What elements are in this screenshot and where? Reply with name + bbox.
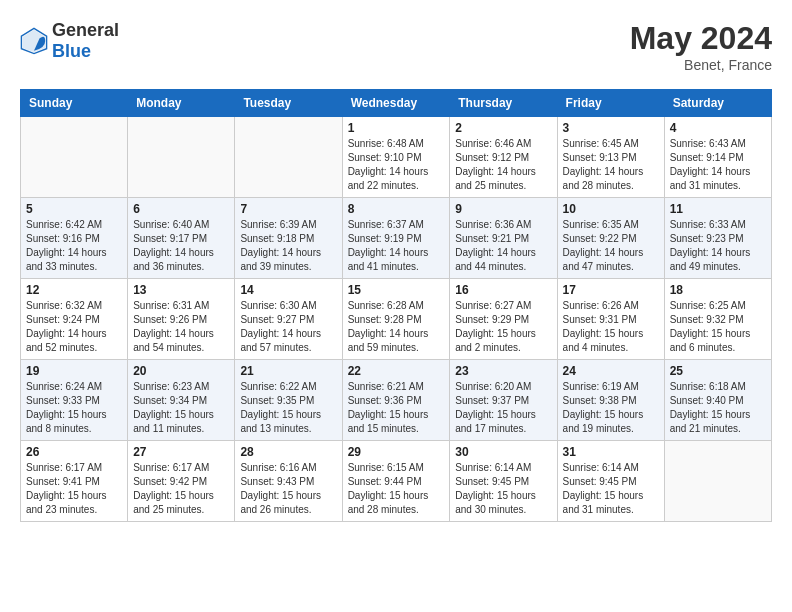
calendar-cell: 18Sunrise: 6:25 AM Sunset: 9:32 PM Dayli… xyxy=(664,279,771,360)
day-info: Sunrise: 6:48 AM Sunset: 9:10 PM Dayligh… xyxy=(348,137,445,193)
day-number: 7 xyxy=(240,202,336,216)
day-number: 29 xyxy=(348,445,445,459)
calendar-week-row: 26Sunrise: 6:17 AM Sunset: 9:41 PM Dayli… xyxy=(21,441,772,522)
day-info: Sunrise: 6:30 AM Sunset: 9:27 PM Dayligh… xyxy=(240,299,336,355)
weekday-header: Tuesday xyxy=(235,90,342,117)
day-info: Sunrise: 6:18 AM Sunset: 9:40 PM Dayligh… xyxy=(670,380,766,436)
day-info: Sunrise: 6:37 AM Sunset: 9:19 PM Dayligh… xyxy=(348,218,445,274)
day-number: 15 xyxy=(348,283,445,297)
weekday-header: Thursday xyxy=(450,90,557,117)
day-info: Sunrise: 6:39 AM Sunset: 9:18 PM Dayligh… xyxy=(240,218,336,274)
calendar-cell: 9Sunrise: 6:36 AM Sunset: 9:21 PM Daylig… xyxy=(450,198,557,279)
calendar-cell: 12Sunrise: 6:32 AM Sunset: 9:24 PM Dayli… xyxy=(21,279,128,360)
weekday-header-row: SundayMondayTuesdayWednesdayThursdayFrid… xyxy=(21,90,772,117)
calendar-week-row: 5Sunrise: 6:42 AM Sunset: 9:16 PM Daylig… xyxy=(21,198,772,279)
day-number: 23 xyxy=(455,364,551,378)
day-number: 16 xyxy=(455,283,551,297)
logo-general: General xyxy=(52,20,119,40)
calendar-week-row: 19Sunrise: 6:24 AM Sunset: 9:33 PM Dayli… xyxy=(21,360,772,441)
day-number: 27 xyxy=(133,445,229,459)
calendar-week-row: 12Sunrise: 6:32 AM Sunset: 9:24 PM Dayli… xyxy=(21,279,772,360)
calendar-cell: 26Sunrise: 6:17 AM Sunset: 9:41 PM Dayli… xyxy=(21,441,128,522)
day-number: 4 xyxy=(670,121,766,135)
month-year: May 2024 xyxy=(630,20,772,57)
calendar-cell xyxy=(235,117,342,198)
day-info: Sunrise: 6:17 AM Sunset: 9:42 PM Dayligh… xyxy=(133,461,229,517)
calendar-cell: 27Sunrise: 6:17 AM Sunset: 9:42 PM Dayli… xyxy=(128,441,235,522)
day-number: 18 xyxy=(670,283,766,297)
day-info: Sunrise: 6:24 AM Sunset: 9:33 PM Dayligh… xyxy=(26,380,122,436)
day-number: 30 xyxy=(455,445,551,459)
day-info: Sunrise: 6:43 AM Sunset: 9:14 PM Dayligh… xyxy=(670,137,766,193)
logo: General Blue xyxy=(20,20,119,62)
weekday-header: Wednesday xyxy=(342,90,450,117)
day-info: Sunrise: 6:25 AM Sunset: 9:32 PM Dayligh… xyxy=(670,299,766,355)
calendar-week-row: 1Sunrise: 6:48 AM Sunset: 9:10 PM Daylig… xyxy=(21,117,772,198)
day-info: Sunrise: 6:32 AM Sunset: 9:24 PM Dayligh… xyxy=(26,299,122,355)
day-number: 21 xyxy=(240,364,336,378)
calendar: SundayMondayTuesdayWednesdayThursdayFrid… xyxy=(20,89,772,522)
page-header: General Blue May 2024 Benet, France xyxy=(20,20,772,73)
weekday-header: Saturday xyxy=(664,90,771,117)
calendar-cell: 13Sunrise: 6:31 AM Sunset: 9:26 PM Dayli… xyxy=(128,279,235,360)
day-number: 2 xyxy=(455,121,551,135)
calendar-cell xyxy=(21,117,128,198)
logo-icon xyxy=(20,27,48,55)
day-info: Sunrise: 6:35 AM Sunset: 9:22 PM Dayligh… xyxy=(563,218,659,274)
calendar-cell: 4Sunrise: 6:43 AM Sunset: 9:14 PM Daylig… xyxy=(664,117,771,198)
day-number: 20 xyxy=(133,364,229,378)
day-number: 31 xyxy=(563,445,659,459)
day-info: Sunrise: 6:33 AM Sunset: 9:23 PM Dayligh… xyxy=(670,218,766,274)
day-number: 26 xyxy=(26,445,122,459)
day-number: 25 xyxy=(670,364,766,378)
day-info: Sunrise: 6:19 AM Sunset: 9:38 PM Dayligh… xyxy=(563,380,659,436)
day-number: 19 xyxy=(26,364,122,378)
calendar-cell: 30Sunrise: 6:14 AM Sunset: 9:45 PM Dayli… xyxy=(450,441,557,522)
calendar-cell: 5Sunrise: 6:42 AM Sunset: 9:16 PM Daylig… xyxy=(21,198,128,279)
calendar-cell: 14Sunrise: 6:30 AM Sunset: 9:27 PM Dayli… xyxy=(235,279,342,360)
calendar-cell: 8Sunrise: 6:37 AM Sunset: 9:19 PM Daylig… xyxy=(342,198,450,279)
calendar-cell: 2Sunrise: 6:46 AM Sunset: 9:12 PM Daylig… xyxy=(450,117,557,198)
weekday-header: Friday xyxy=(557,90,664,117)
day-number: 14 xyxy=(240,283,336,297)
day-info: Sunrise: 6:28 AM Sunset: 9:28 PM Dayligh… xyxy=(348,299,445,355)
day-info: Sunrise: 6:21 AM Sunset: 9:36 PM Dayligh… xyxy=(348,380,445,436)
day-info: Sunrise: 6:36 AM Sunset: 9:21 PM Dayligh… xyxy=(455,218,551,274)
day-info: Sunrise: 6:45 AM Sunset: 9:13 PM Dayligh… xyxy=(563,137,659,193)
calendar-cell: 21Sunrise: 6:22 AM Sunset: 9:35 PM Dayli… xyxy=(235,360,342,441)
day-number: 28 xyxy=(240,445,336,459)
day-info: Sunrise: 6:26 AM Sunset: 9:31 PM Dayligh… xyxy=(563,299,659,355)
calendar-cell: 10Sunrise: 6:35 AM Sunset: 9:22 PM Dayli… xyxy=(557,198,664,279)
day-info: Sunrise: 6:46 AM Sunset: 9:12 PM Dayligh… xyxy=(455,137,551,193)
day-number: 17 xyxy=(563,283,659,297)
calendar-cell xyxy=(664,441,771,522)
calendar-cell: 16Sunrise: 6:27 AM Sunset: 9:29 PM Dayli… xyxy=(450,279,557,360)
day-info: Sunrise: 6:17 AM Sunset: 9:41 PM Dayligh… xyxy=(26,461,122,517)
calendar-cell: 28Sunrise: 6:16 AM Sunset: 9:43 PM Dayli… xyxy=(235,441,342,522)
calendar-cell: 11Sunrise: 6:33 AM Sunset: 9:23 PM Dayli… xyxy=(664,198,771,279)
day-number: 6 xyxy=(133,202,229,216)
calendar-cell: 25Sunrise: 6:18 AM Sunset: 9:40 PM Dayli… xyxy=(664,360,771,441)
day-info: Sunrise: 6:22 AM Sunset: 9:35 PM Dayligh… xyxy=(240,380,336,436)
logo-text: General Blue xyxy=(52,20,119,62)
day-info: Sunrise: 6:20 AM Sunset: 9:37 PM Dayligh… xyxy=(455,380,551,436)
calendar-cell: 17Sunrise: 6:26 AM Sunset: 9:31 PM Dayli… xyxy=(557,279,664,360)
logo-blue: Blue xyxy=(52,41,91,61)
day-number: 8 xyxy=(348,202,445,216)
day-number: 12 xyxy=(26,283,122,297)
day-number: 1 xyxy=(348,121,445,135)
calendar-cell: 22Sunrise: 6:21 AM Sunset: 9:36 PM Dayli… xyxy=(342,360,450,441)
calendar-cell: 1Sunrise: 6:48 AM Sunset: 9:10 PM Daylig… xyxy=(342,117,450,198)
calendar-cell: 19Sunrise: 6:24 AM Sunset: 9:33 PM Dayli… xyxy=(21,360,128,441)
calendar-cell: 20Sunrise: 6:23 AM Sunset: 9:34 PM Dayli… xyxy=(128,360,235,441)
calendar-cell: 23Sunrise: 6:20 AM Sunset: 9:37 PM Dayli… xyxy=(450,360,557,441)
calendar-cell: 24Sunrise: 6:19 AM Sunset: 9:38 PM Dayli… xyxy=(557,360,664,441)
calendar-cell xyxy=(128,117,235,198)
weekday-header: Sunday xyxy=(21,90,128,117)
day-info: Sunrise: 6:14 AM Sunset: 9:45 PM Dayligh… xyxy=(563,461,659,517)
calendar-cell: 3Sunrise: 6:45 AM Sunset: 9:13 PM Daylig… xyxy=(557,117,664,198)
day-info: Sunrise: 6:14 AM Sunset: 9:45 PM Dayligh… xyxy=(455,461,551,517)
day-number: 5 xyxy=(26,202,122,216)
title-block: May 2024 Benet, France xyxy=(630,20,772,73)
day-number: 3 xyxy=(563,121,659,135)
